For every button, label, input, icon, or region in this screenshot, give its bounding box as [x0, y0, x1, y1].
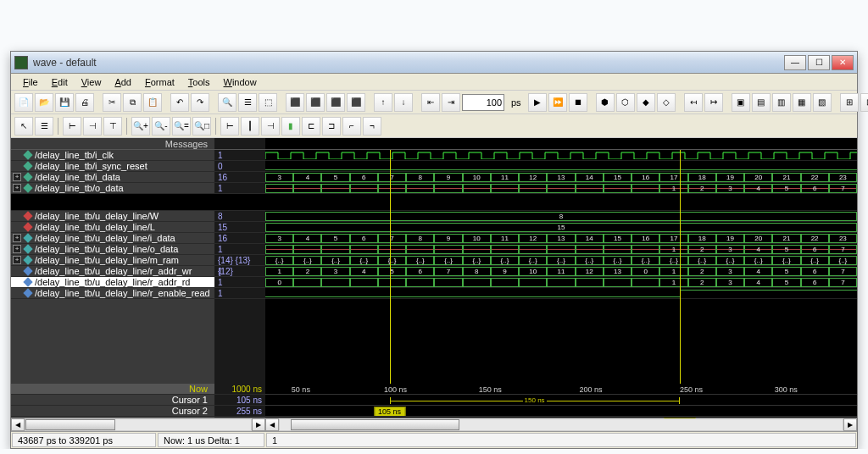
edge-f-icon[interactable]: ⌐: [342, 117, 361, 136]
waveform-row[interactable]: 1234567: [265, 244, 857, 255]
ruler-area[interactable]: 50 ns100 ns150 ns200 ns250 ns300 ns 105 …: [265, 384, 857, 418]
expand-icon[interactable]: +: [13, 256, 21, 264]
copy-icon[interactable]: ⧉: [123, 93, 142, 112]
run-icon[interactable]: ▶: [528, 93, 547, 112]
minimize-button[interactable]: —: [784, 55, 806, 70]
edge-d-icon[interactable]: ⊏: [302, 117, 320, 136]
zoom-full-icon[interactable]: 🔍□: [192, 117, 211, 136]
signal-row[interactable]: /delay_line_tb/u_delay_line/r_addr_rd: [11, 277, 214, 288]
open-icon[interactable]: 📂: [35, 93, 53, 112]
menu-edit[interactable]: Edit: [47, 75, 73, 89]
g1-icon[interactable]: ▣: [732, 93, 750, 112]
cursor-prev-icon[interactable]: ↤: [684, 93, 703, 112]
edge-g-icon[interactable]: ¬: [363, 117, 381, 136]
signal-row[interactable]: /delay_line_tb/u_delay_line/W: [11, 211, 214, 222]
g2-icon[interactable]: ▤: [752, 93, 771, 112]
cursor-1-line[interactable]: [390, 150, 391, 384]
menu-tools[interactable]: Tools: [183, 75, 215, 89]
waveform-row[interactable]: 8: [265, 211, 857, 222]
edge-next-icon[interactable]: ⊣: [261, 117, 280, 136]
waveform-row[interactable]: 34567891011121314151617181920212223: [265, 172, 857, 183]
signal-row[interactable]: +/delay_line_tb/u_delay_line/o_data: [11, 244, 214, 255]
menu-window[interactable]: Window: [219, 75, 262, 89]
expand-icon[interactable]: +: [13, 184, 21, 192]
wave-c-icon[interactable]: ⬛: [326, 93, 345, 112]
step-fwd-icon[interactable]: ⇥: [442, 93, 460, 112]
signal-row[interactable]: /delay_line_tb/i_clk: [11, 150, 214, 161]
signal-row[interactable]: /delay_line_tb/u_delay_line/L: [11, 222, 214, 233]
waveform-row[interactable]: {..}{..}{..}{..}{..}{..}{..}{..}{..}{..}…: [265, 255, 857, 266]
new-icon[interactable]: 📄: [14, 93, 33, 112]
signal-row[interactable]: /delay_line_tb/u_delay_line/r_addr_wr: [11, 266, 214, 277]
expand-icon[interactable]: +: [13, 234, 21, 242]
redo-icon[interactable]: ↷: [191, 93, 209, 112]
waveform-row[interactable]: [265, 288, 857, 299]
menu-file[interactable]: File: [18, 75, 43, 89]
maximize-button[interactable]: ☐: [808, 55, 830, 70]
cursor-2-line[interactable]: [680, 150, 681, 384]
find-icon[interactable]: 🔍: [218, 93, 236, 112]
waveform-row[interactable]: 34567891011121314151617181920212223: [265, 233, 857, 244]
undo-icon[interactable]: ↶: [170, 93, 189, 112]
cut-icon[interactable]: ✂: [103, 93, 121, 112]
menu-view[interactable]: View: [76, 75, 107, 89]
run-all-icon[interactable]: ⏩: [548, 93, 567, 112]
expand-icon[interactable]: +: [13, 245, 21, 253]
signal-a-icon[interactable]: ⊢: [63, 117, 81, 136]
g5-icon[interactable]: ▧: [813, 93, 832, 112]
wave-d-icon[interactable]: ⬛: [347, 93, 365, 112]
print-icon[interactable]: 🖨: [75, 93, 94, 112]
signal-c-icon[interactable]: ⊤: [103, 117, 122, 136]
zoom-out-icon[interactable]: 🔍-: [152, 117, 170, 136]
g3-icon[interactable]: ▥: [772, 93, 791, 112]
save-icon[interactable]: 💾: [55, 93, 74, 112]
down-arrow-icon[interactable]: ↓: [394, 93, 413, 112]
scroll-right-icon[interactable]: ▶: [252, 418, 265, 431]
scroll-left-icon[interactable]: ◀: [11, 418, 25, 431]
waveform-row[interactable]: 01234567: [265, 277, 857, 288]
tool-a-icon[interactable]: ⬚: [259, 93, 277, 112]
wave-a-icon[interactable]: ⬛: [286, 93, 304, 112]
expand-icon[interactable]: +: [13, 173, 21, 181]
menu-add[interactable]: Add: [109, 75, 136, 89]
waveform-pane[interactable]: 3456789101112131415161718192021222312345…: [265, 138, 857, 384]
waveform-row[interactable]: [265, 150, 857, 161]
b2-icon[interactable]: ⬡: [616, 93, 635, 112]
wave-scroll-right-icon[interactable]: ▶: [843, 418, 857, 431]
wave-b-icon[interactable]: ⬛: [306, 93, 325, 112]
select-icon[interactable]: ☰: [35, 117, 53, 136]
signal-row[interactable]: /delay_line_tb/u_delay_line/r_enable_rea…: [11, 288, 214, 299]
edge-green-icon[interactable]: ▮: [281, 117, 300, 136]
time-input[interactable]: [462, 94, 504, 111]
h2-icon[interactable]: ⊟: [860, 93, 868, 112]
up-arrow-icon[interactable]: ↑: [374, 93, 392, 112]
signal-row[interactable]: +/delay_line_tb/u_delay_line/m_ram: [11, 255, 214, 266]
signal-row[interactable]: +/delay_line_tb/u_delay_line/i_data: [11, 233, 214, 244]
edge-mid-icon[interactable]: ┃: [241, 117, 259, 136]
b3-icon[interactable]: ◆: [637, 93, 655, 112]
menu-format[interactable]: Format: [140, 75, 180, 89]
zoom-in-icon[interactable]: 🔍+: [131, 117, 150, 136]
signal-row[interactable]: +/delay_line_tb/i_data: [11, 172, 214, 183]
step-back-icon[interactable]: ⇤: [421, 93, 440, 112]
zoom-fit-icon[interactable]: 🔍=: [172, 117, 191, 136]
stop-icon[interactable]: ⏹: [569, 93, 587, 112]
wave-scroll-left-icon[interactable]: ◀: [265, 418, 279, 431]
h-scrollbar[interactable]: ◀ ▶ ◀ ▶: [11, 418, 857, 431]
cursor1-label[interactable]: Cursor 1: [11, 395, 214, 406]
cursor2-label[interactable]: Cursor 2: [11, 406, 214, 417]
signal-row[interactable]: +/delay_line_tb/o_data: [11, 183, 214, 194]
b1-icon[interactable]: ⬢: [596, 93, 615, 112]
edge-prev-icon[interactable]: ⊢: [220, 117, 239, 136]
waveform-row[interactable]: 1234567891011121301234567: [265, 266, 857, 277]
paste-icon[interactable]: 📋: [143, 93, 162, 112]
cursor-next-icon[interactable]: ↦: [704, 93, 723, 112]
titlebar[interactable]: wave - default — ☐ ✕: [11, 52, 857, 74]
waveform-row[interactable]: 15: [265, 222, 857, 233]
edge-e-icon[interactable]: ⊐: [322, 117, 341, 136]
tree-icon[interactable]: ☰: [238, 93, 257, 112]
signal-b-icon[interactable]: ⊣: [83, 117, 102, 136]
waveform-row[interactable]: 1234567: [265, 183, 857, 194]
b4-icon[interactable]: ◇: [657, 93, 676, 112]
close-button[interactable]: ✕: [832, 55, 854, 70]
